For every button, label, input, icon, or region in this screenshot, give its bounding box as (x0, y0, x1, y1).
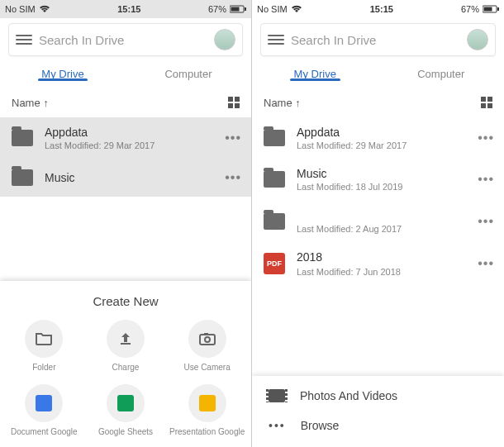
item-title: Music (45, 171, 210, 184)
clock-label: 15:15 (50, 4, 208, 14)
list-item[interactable]: Last Modified: 2 Aug 2017 ••• (252, 200, 504, 242)
menu-icon[interactable] (268, 35, 284, 45)
more-icon[interactable]: ••• (474, 127, 497, 149)
status-bar: No SIM 15:15 67% (252, 0, 504, 18)
svg-rect-8 (497, 7, 499, 11)
item-subtitle: Last Modified: 29 Mar 2017 (45, 140, 210, 150)
item-title: 2018 (297, 250, 463, 264)
item-title: Appdata (45, 126, 210, 139)
more-icon[interactable]: ••• (474, 211, 497, 232)
item-subtitle: Last Modified: 18 Jul 2019 (297, 182, 463, 192)
search-input[interactable]: Search In Drive (291, 33, 460, 47)
tab-computer[interactable]: Computer (126, 68, 251, 80)
carrier-label: No SIM (5, 4, 36, 14)
battery-icon (483, 5, 499, 13)
google-doc-icon (25, 384, 63, 422)
item-subtitle: Last Modified: 2 Aug 2017 (297, 224, 463, 234)
menu-photos-videos[interactable]: Photos And Videos (252, 381, 504, 411)
upload-icon (107, 320, 145, 358)
item-title: Music (297, 167, 463, 180)
tab-computer[interactable]: Computer (378, 68, 505, 80)
sort-bar[interactable]: Name ↑ (0, 88, 251, 117)
create-doc[interactable]: Document Google (5, 384, 83, 437)
folder-outline-icon (25, 320, 63, 358)
svg-point-4 (205, 337, 210, 342)
wifi-icon (291, 5, 302, 13)
create-presentation[interactable]: Presentation Google (168, 384, 246, 437)
camera-icon (188, 320, 226, 358)
list-item[interactable]: Appdata Last Modified: 29 Mar 2017 ••• (252, 117, 504, 159)
file-list: Appdata Last Modified: 29 Mar 2017 ••• M… (252, 117, 504, 285)
item-subtitle: Last Modified: 7 Jun 2018 (297, 267, 463, 277)
create-sheet[interactable]: Google Sheets (87, 384, 165, 437)
battery-label: 67% (461, 4, 479, 14)
folder-icon (264, 130, 285, 146)
tabs: My Drive Computer (0, 59, 251, 88)
more-icon[interactable]: ••• (221, 167, 245, 188)
list-item[interactable]: Music Last Modified: 18 Jul 2019 ••• (252, 159, 504, 200)
search-input[interactable]: Search In Drive (39, 33, 207, 47)
more-icon[interactable]: ••• (474, 169, 497, 190)
sort-label: Name ↑ (264, 97, 301, 109)
more-horizontal-icon: ••• (269, 419, 286, 432)
svg-rect-1 (231, 7, 240, 12)
item-title (297, 208, 463, 222)
more-icon[interactable]: ••• (474, 253, 497, 274)
create-upload[interactable]: Charge (87, 320, 165, 373)
folder-icon (264, 171, 285, 188)
tab-my-drive[interactable]: My Drive (252, 68, 378, 80)
sort-bar[interactable]: Name ↑ (252, 88, 504, 117)
wifi-icon (39, 5, 50, 13)
google-sheets-icon (107, 384, 145, 422)
avatar[interactable] (467, 29, 488, 50)
svg-rect-7 (484, 7, 492, 12)
grid-view-icon[interactable] (481, 97, 492, 108)
menu-icon[interactable] (16, 35, 32, 45)
pdf-icon: PDF (264, 253, 285, 274)
search-bar[interactable]: Search In Drive (260, 23, 496, 56)
item-subtitle: Last Modified: 29 Mar 2017 (297, 140, 463, 150)
menu-browse[interactable]: ••• Browse (252, 411, 504, 440)
file-list: Appdata Last Modified: 29 Mar 2017 ••• M… (0, 117, 251, 197)
battery-label: 67% (208, 4, 226, 14)
list-item[interactable]: PDF 2018 Last Modified: 7 Jun 2018 ••• (252, 242, 504, 284)
sort-label: Name ↑ (12, 97, 49, 109)
tab-my-drive[interactable]: My Drive (0, 68, 126, 80)
tabs: My Drive Computer (252, 59, 504, 88)
bottom-menu: Photos And Videos ••• Browse (252, 376, 504, 447)
folder-icon (264, 213, 285, 230)
google-slides-icon (188, 384, 226, 422)
clock-label: 15:15 (302, 4, 461, 14)
item-title: Appdata (297, 126, 463, 139)
svg-rect-3 (200, 335, 215, 345)
battery-icon (230, 5, 246, 13)
list-item[interactable]: Music ••• (0, 159, 251, 197)
svg-rect-5 (204, 333, 208, 335)
folder-icon (12, 169, 33, 186)
status-bar: No SIM 15:15 67% (0, 0, 251, 18)
carrier-label: No SIM (257, 4, 288, 14)
create-new-sheet: Create New Folder Charge Use Camera (0, 281, 251, 447)
more-icon[interactable]: ••• (221, 127, 245, 149)
sheet-title: Create New (5, 294, 246, 308)
grid-view-icon[interactable] (228, 97, 240, 108)
folder-icon (12, 130, 33, 146)
list-item[interactable]: Appdata Last Modified: 29 Mar 2017 ••• (0, 117, 251, 159)
create-folder[interactable]: Folder (5, 320, 83, 373)
svg-rect-2 (245, 7, 246, 11)
create-camera[interactable]: Use Camera (168, 320, 246, 373)
film-icon (269, 389, 285, 402)
avatar[interactable] (214, 29, 235, 50)
search-bar[interactable]: Search In Drive (8, 23, 243, 56)
